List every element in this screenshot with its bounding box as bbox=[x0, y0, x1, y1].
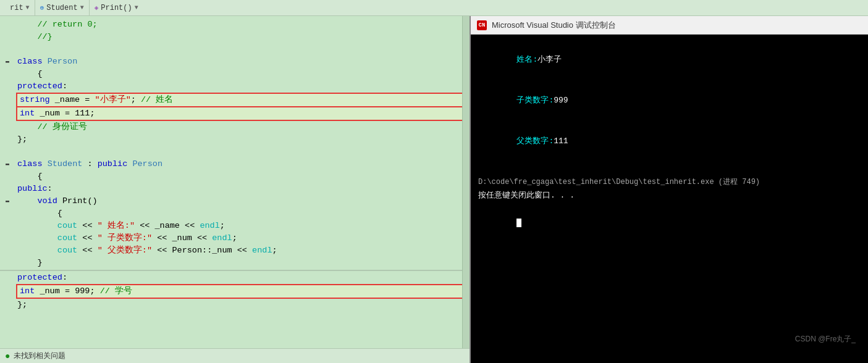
console-line-path: D:\code\fre_cgaga\test_inherit\Debug\tes… bbox=[478, 175, 861, 189]
code-line-int-num: int _num = 111; bbox=[0, 107, 470, 121]
code-line-void-print: ▬ void Print() bbox=[0, 195, 470, 207]
segment-file[interactable]: rit ▼ bbox=[5, 0, 35, 15]
code-line-cout-parentnum: cout << " 父类数字:" << Person::_num << endl… bbox=[0, 244, 470, 257]
console-panel: CN Microsoft Visual Studio 调试控制台 姓名:小李子 … bbox=[470, 16, 868, 363]
code-line-class-person: ▬ class Person bbox=[0, 56, 470, 68]
vertical-scrollbar[interactable] bbox=[462, 16, 470, 348]
code-line-empty2 bbox=[0, 146, 470, 158]
code-line-2: //} bbox=[0, 31, 470, 43]
main-area: // return 0; //} ▬ class P bbox=[0, 16, 868, 363]
code-line-int-num-999: int _num = 999; // 学号 bbox=[0, 284, 470, 299]
status-bar: ● 未找到相关问题 bbox=[0, 348, 470, 363]
dropdown-arrow-2: ▼ bbox=[80, 4, 84, 11]
code-line-3 bbox=[0, 43, 470, 56]
code-line-1: // return 0; bbox=[0, 19, 470, 31]
console-line-2: 子类数字:999 bbox=[478, 80, 861, 121]
vs-icon: CN bbox=[477, 20, 487, 30]
divider-line bbox=[0, 270, 470, 271]
code-line-brace2: { bbox=[0, 170, 470, 183]
code-editor: // return 0; //} ▬ class P bbox=[0, 16, 470, 363]
code-line-brace1: { bbox=[0, 68, 470, 80]
code-line-protected1: protected: bbox=[0, 80, 470, 93]
file-label: rit bbox=[10, 4, 23, 12]
status-text: 未找到相关问题 bbox=[14, 351, 65, 361]
console-title: Microsoft Visual Studio 调试控制台 bbox=[492, 20, 616, 31]
collapse-student[interactable]: ▬ bbox=[6, 158, 9, 170]
code-line-string-name: string _name = "小李子"; // 姓名 bbox=[0, 93, 470, 107]
console-line-3: 父类数字:111 bbox=[478, 121, 861, 162]
collapse-person[interactable]: ▬ bbox=[6, 56, 9, 68]
console-cursor-line bbox=[478, 202, 861, 243]
status-icon: ● bbox=[5, 351, 10, 361]
func-label: Print() bbox=[101, 4, 132, 12]
console-output: 姓名:小李子 子类数字:999 父类数字:111 D:\code\fre_cga… bbox=[471, 35, 868, 363]
code-line-cout-subnum: cout << " 子类数字:" << _num << endl; bbox=[0, 232, 470, 244]
code-line-brace3: { bbox=[0, 207, 470, 220]
code-line-end-person: }; bbox=[0, 133, 470, 146]
class-icon: ⊕ bbox=[40, 4, 44, 12]
class-label: Student bbox=[46, 4, 77, 12]
dropdown-arrow-3: ▼ bbox=[135, 4, 138, 11]
console-line-hint: 按任意键关闭此窗口. . . bbox=[478, 189, 861, 202]
console-line-1: 姓名:小李子 bbox=[478, 40, 861, 80]
top-bar: rit ▼ ⊕ Student ▼ ◈ Print() ▼ bbox=[0, 0, 868, 16]
watermark: CSDN @Fre丸子_ bbox=[795, 334, 856, 344]
console-title-bar: CN Microsoft Visual Studio 调试控制台 bbox=[471, 16, 868, 35]
code-line-comment-id: // 身份证号 bbox=[0, 121, 470, 133]
func-icon: ◈ bbox=[95, 4, 99, 12]
segment-func[interactable]: ◈ Print() ▼ bbox=[90, 0, 143, 15]
collapse-print[interactable]: ▬ bbox=[6, 195, 9, 207]
segment-class[interactable]: ⊕ Student ▼ bbox=[35, 0, 90, 15]
code-line-brace4: } bbox=[0, 257, 470, 269]
dropdown-arrow-1: ▼ bbox=[26, 4, 30, 11]
console-line-empty bbox=[478, 162, 861, 175]
code-content: // return 0; //} ▬ class P bbox=[0, 16, 470, 314]
code-line-end-student: }; bbox=[0, 299, 470, 311]
code-line-cout-name: cout << " 姓名:" << _name << endl; bbox=[0, 220, 470, 232]
cursor bbox=[516, 219, 521, 227]
code-line-class-student: ▬ class Student : public Person bbox=[0, 158, 470, 170]
code-line-protected2: protected: bbox=[0, 272, 470, 284]
code-line-public: public: bbox=[0, 183, 470, 195]
